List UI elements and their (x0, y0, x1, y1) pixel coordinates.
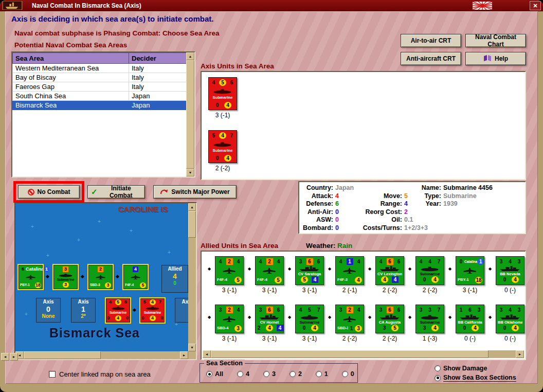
scrollbar-thumb[interactable] (24, 351, 101, 359)
show-sea-box-sections-radio[interactable]: Show Sea Box Sections (435, 374, 516, 382)
unit-counter-sbd-3[interactable]: 2SBD-33 (88, 265, 113, 289)
unit-value: 4 (418, 258, 424, 265)
unit-value: 3 (516, 258, 522, 265)
unit-value: 3 (234, 325, 242, 332)
unit-value: 4 (311, 325, 318, 331)
unit-counter-cv-lexington[interactable]: 466CV Lexington44 (375, 256, 404, 285)
unit-counter-pby-1[interactable]: 0Catalina1PBY-118 (456, 256, 484, 285)
close-button[interactable]: ✕ (530, 1, 541, 10)
scrollbar-track[interactable] (188, 238, 196, 344)
unit-name: CV Lexington (377, 272, 402, 276)
scroll-down-icon[interactable] (186, 169, 194, 176)
unit-counter-submarine[interactable]: 3Submarine3 (53, 265, 78, 289)
sea-section-radio-2[interactable]: 2 (289, 370, 302, 378)
anti-aircraft-crt-button[interactable]: Anti-aircraft CRT (401, 52, 461, 65)
unit-value: 2 (266, 258, 273, 265)
sea-area-row[interactable]: Bismarck SeaJapan (13, 101, 187, 110)
unit-value: 4 (392, 276, 399, 283)
sea-section-radio-0[interactable]: 0 (342, 370, 354, 378)
unit-counter-f4f-3[interactable]: 414F4F-34 (335, 256, 364, 285)
help-button[interactable]: Help (465, 52, 526, 65)
unit-counter-submarine[interactable]: 337Submarine34 (415, 305, 444, 333)
scrollbar-track[interactable] (101, 351, 180, 359)
switch-major-power-button[interactable]: Switch Major Power (153, 185, 237, 199)
scrollbar-thumb[interactable] (211, 350, 488, 358)
scrollbar-thumb[interactable] (186, 60, 194, 169)
scroll-left-icon[interactable] (203, 350, 211, 358)
unit-counter-bb-california[interactable]: 163BB California04 (456, 305, 484, 333)
scrollbar-corner (188, 351, 196, 359)
scroll-right-icon[interactable] (10, 353, 18, 361)
unit-strength-label: 0 (-) (496, 335, 524, 342)
axis-sea-box-1[interactable]: Axis 1 2* (71, 298, 96, 323)
scrollbar-track[interactable] (488, 350, 516, 358)
aircraft-silhouette-icon (337, 316, 362, 323)
unit-name: SBD-4 (217, 326, 229, 330)
unit-value: 0 (458, 258, 464, 265)
allied-units-scrollbar[interactable] (203, 350, 524, 358)
air-to-air-crt-button[interactable]: Air-to-air CRT (401, 34, 461, 47)
unit-counter-f4f-4[interactable]: 424F4F-45 (255, 256, 284, 285)
map-horizontal-scrollbar[interactable] (15, 351, 188, 359)
submarine-silhouette-icon (297, 313, 322, 320)
sea-table-scrollbar[interactable] (186, 52, 194, 176)
scroll-up-icon[interactable] (188, 203, 196, 211)
naval-combat-chart-button[interactable]: Naval Combat Chart (465, 34, 526, 47)
initiate-combat-button[interactable]: ✓ Initiate Combat (87, 185, 145, 199)
unit-counter-submarine[interactable]: 456Submarine040 (106, 298, 130, 323)
unit-strength-label: 2 (-2) (375, 335, 404, 342)
sea-section-radio-3[interactable]: 3 (263, 370, 276, 378)
sea-section-radio-4[interactable]: 4 (237, 370, 249, 378)
scroll-left-icon[interactable] (1, 353, 9, 361)
no-combat-button[interactable]: No Combat (18, 185, 80, 199)
map-region-label: CAROLINE IS (118, 205, 168, 213)
unit-name: SBD-3 (337, 326, 348, 330)
show-damage-radio[interactable]: Show Damage (435, 365, 516, 372)
app-window: Naval Combat In Bismarck Sea (Axis) ✕ Ax… (0, 0, 543, 392)
unit-value: 5 (306, 307, 313, 313)
sea-section-radio-all[interactable]: All (206, 370, 223, 378)
sea-area-map[interactable]: ​ ++ ++ ++ ++ ++ CAROLINE IS 6Catalina1P… (14, 202, 197, 360)
detail-label: ASW: (302, 216, 335, 224)
button-label: Help (495, 55, 508, 62)
scroll-up-icon[interactable] (186, 52, 194, 60)
unit-counter-submarine[interactable]: 547Submarine04 (208, 130, 237, 163)
unit-strength-label: 0 (-) (456, 335, 484, 342)
sea-area-row[interactable]: Western Mediterranean SeaItaly (13, 64, 187, 73)
unit-counter-submarine[interactable]: 456Submarine04 (208, 77, 237, 110)
window-scroll-arrows[interactable] (1, 353, 18, 361)
unit-counter-sbd-3[interactable]: 324SBD-313 (335, 305, 364, 333)
center-map-checkbox[interactable] (49, 371, 56, 378)
center-map-option[interactable]: Center linked map on sea area (49, 370, 151, 378)
sea-area-row[interactable]: Faeroes GapItaly (13, 82, 187, 92)
sea-area-row[interactable]: South China SeaJapan (13, 92, 187, 101)
scroll-right-icon[interactable] (516, 350, 524, 358)
scroll-right-icon[interactable] (180, 351, 188, 359)
map-vertical-scrollbar[interactable] (188, 203, 196, 351)
scrollbar-thumb[interactable] (188, 211, 196, 238)
scroll-down-icon[interactable] (188, 344, 196, 351)
unit-counter-ca-augusta[interactable]: 366CA Augusta35 (375, 305, 404, 333)
axis-sea-box-0[interactable]: Axis 0 None (36, 298, 61, 323)
unit-counter-submarine[interactable]: 547Submarine040 (140, 298, 165, 323)
unit-counter-bb-nevada[interactable]: 343BB Nevada04 (496, 256, 524, 285)
unit-counter-cv-saratoga[interactable]: 366CV Saratoga54 (295, 256, 324, 285)
unit-counter-pby-1[interactable]: 6Catalina1PBY-118 (19, 265, 43, 289)
unit-counter-bb-oklahoma[interactable]: 343BB Oklahoma04 (496, 305, 524, 333)
axis-units-panel (201, 71, 526, 180)
unit-value: 18 (475, 277, 482, 283)
unit-counter-submarine[interactable]: 457Submarine04 (295, 305, 324, 333)
unit-counter-f4f-4[interactable]: 424F4F-45 (215, 256, 244, 285)
sea-section-radio-1[interactable]: 1 (316, 370, 328, 378)
unit-value: 5 (234, 277, 242, 283)
allied-sea-box[interactable]: Allied 4 0 (161, 265, 188, 293)
unit-counter-f4f-4[interactable]: 4F4F-45 (123, 265, 148, 289)
detail-row: Year:1939 (420, 200, 493, 208)
radio-icon (263, 371, 269, 377)
unit-counter-cv-hornet[interactable]: 366CV Hornet244 (255, 305, 284, 333)
unit-counter-sbd-4[interactable]: 324SBD-43 (215, 305, 244, 333)
axis-units-label: Axis Units in Sea Area (201, 62, 274, 70)
unit-value: 3 (498, 258, 504, 265)
unit-counter-submarine[interactable]: 447Submarine04 (415, 256, 444, 285)
sea-area-row[interactable]: Bay of BiscayItaly (13, 73, 187, 82)
